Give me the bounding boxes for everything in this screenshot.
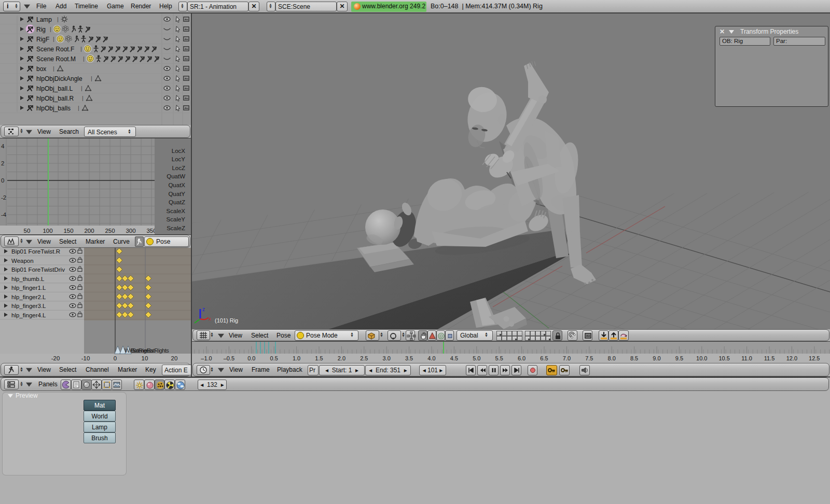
svg-text:–0.5: –0.5	[224, 355, 234, 361]
svg-text:|: |	[57, 16, 59, 22]
svg-text:Scene Root.F: Scene Root.F	[36, 46, 74, 53]
svg-text:200: 200	[84, 228, 94, 234]
svg-text:8.0: 8.0	[608, 355, 616, 361]
svg-text:Lamp: Lamp	[36, 16, 52, 23]
svg-text:12.5: 12.5	[809, 355, 820, 361]
svg-text:|: |	[53, 36, 54, 42]
svg-text:250: 250	[105, 228, 115, 234]
svg-text:2.0: 2.0	[338, 355, 345, 361]
svg-text:BotRignts: BotRignts	[131, 347, 154, 354]
svg-text:9.0: 9.0	[653, 355, 660, 361]
svg-text:QuatX: QuatX	[168, 182, 185, 188]
svg-text:4.5: 4.5	[450, 355, 458, 361]
svg-text:10.0: 10.0	[696, 355, 707, 361]
svg-text:–1.0: –1.0	[201, 355, 212, 361]
svg-text:|: |	[50, 26, 51, 32]
svg-text:(101) Rig: (101) Rig	[215, 317, 238, 324]
svg-text:box: box	[36, 65, 46, 73]
svg-text:hlpObjDickAngle: hlpObjDickAngle	[36, 75, 82, 82]
svg-text:3.5: 3.5	[405, 355, 413, 361]
svg-text:ScaleX: ScaleX	[167, 208, 186, 214]
svg-text:Bip01 ForeTwist.R: Bip01 ForeTwist.R	[11, 248, 60, 255]
svg-text:Bip01 ForeTwistDriv: Bip01 ForeTwistDriv	[11, 267, 65, 273]
svg-text:hlpObj_ball.R: hlpObj_ball.R	[36, 95, 74, 102]
svg-text:9.5: 9.5	[675, 355, 683, 361]
svg-text:0: 0	[114, 355, 117, 361]
svg-text:Scene Root.M: Scene Root.M	[36, 55, 76, 63]
svg-text:6.0: 6.0	[518, 355, 525, 361]
svg-text:-2: -2	[1, 194, 6, 201]
svg-text:7.0: 7.0	[563, 355, 571, 361]
svg-text:300: 300	[126, 228, 135, 234]
svg-text:QuatZ: QuatZ	[169, 199, 185, 205]
svg-text:z: z	[202, 306, 205, 312]
svg-text:RigF: RigF	[36, 36, 49, 43]
svg-text:hlp_finger1.L: hlp_finger1.L	[11, 285, 46, 291]
svg-text:0.5: 0.5	[270, 355, 278, 361]
svg-text:|: |	[80, 46, 82, 52]
svg-text:|: |	[53, 65, 54, 72]
svg-text:50: 50	[24, 228, 31, 234]
svg-text:12.0: 12.0	[786, 355, 797, 361]
svg-text:150: 150	[63, 228, 73, 234]
svg-text:11.0: 11.0	[741, 355, 752, 361]
svg-text:-4: -4	[1, 212, 7, 218]
svg-text:|: |	[78, 105, 79, 111]
svg-text:1.0: 1.0	[293, 355, 300, 361]
svg-text:6.5: 6.5	[540, 355, 548, 361]
svg-text:-20: -20	[51, 355, 60, 361]
svg-text:0: 0	[1, 177, 4, 184]
svg-text:hlpObj_ball.L: hlpObj_ball.L	[36, 85, 73, 92]
svg-text:hlp_finger4.L: hlp_finger4.L	[11, 312, 46, 318]
svg-text:|: |	[82, 95, 84, 101]
svg-text:hlp_thumb.L: hlp_thumb.L	[11, 276, 45, 282]
svg-text:10.5: 10.5	[718, 355, 729, 361]
svg-text:5.5: 5.5	[495, 355, 503, 361]
svg-text:ScaleZ: ScaleZ	[167, 225, 185, 231]
svg-text:LocZ: LocZ	[172, 165, 185, 171]
svg-text:ScaleY: ScaleY	[167, 216, 186, 222]
svg-text:100: 100	[43, 228, 52, 234]
svg-text:|: |	[83, 55, 85, 62]
svg-text:Rig: Rig	[36, 26, 46, 33]
svg-text:|: |	[81, 85, 82, 91]
svg-text:2: 2	[1, 160, 4, 166]
svg-text:0.0: 0.0	[247, 355, 255, 361]
svg-text:QuatY: QuatY	[168, 191, 185, 197]
svg-text:8.5: 8.5	[630, 355, 638, 361]
svg-text:4.0: 4.0	[427, 355, 435, 361]
svg-text:7.5: 7.5	[585, 355, 593, 361]
svg-text:10: 10	[142, 355, 148, 361]
svg-text:11.5: 11.5	[764, 355, 775, 361]
svg-text:hlp_finger3.L: hlp_finger3.L	[11, 303, 46, 309]
svg-text:QuatW: QuatW	[167, 173, 185, 179]
svg-text:5.0: 5.0	[473, 355, 480, 361]
svg-text:LocY: LocY	[172, 156, 186, 162]
svg-text:3.0: 3.0	[383, 355, 391, 361]
svg-text:-10: -10	[81, 355, 90, 361]
svg-text:1.5: 1.5	[315, 355, 323, 361]
svg-text:LocX: LocX	[172, 148, 186, 154]
svg-text:hlpObj_balls: hlpObj_balls	[36, 105, 71, 112]
svg-text:4: 4	[1, 143, 5, 149]
svg-text:2.5: 2.5	[360, 355, 368, 361]
svg-text:hlp_finger2.L: hlp_finger2.L	[11, 294, 46, 300]
svg-text:Weapon: Weapon	[11, 258, 34, 264]
svg-text:|: |	[91, 75, 92, 81]
svg-text:x: x	[209, 316, 211, 321]
svg-text:20: 20	[171, 355, 178, 361]
